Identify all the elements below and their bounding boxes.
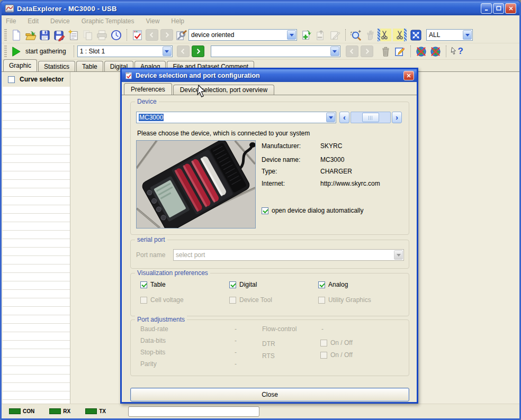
add-record-icon[interactable] <box>299 28 313 42</box>
app-window: DataExplorer - MC3000 - USB File Edit De… <box>0 0 521 420</box>
cut-right-icon[interactable] <box>393 29 407 41</box>
chevron-down-icon[interactable] <box>330 47 339 56</box>
dtr-value-label: On / Off <box>330 339 353 346</box>
port-adjustments-group-label: Port adjustments <box>135 316 187 323</box>
toolbar-gathering: start gathering 1 : Slot 1 <box>2 43 519 60</box>
toolbar-separator <box>127 29 127 41</box>
zoom-select-icon[interactable] <box>349 28 363 42</box>
serial-port-group-label: serial port <box>135 236 167 243</box>
toolbar-grip <box>4 29 7 41</box>
auto-open-label: open device dialog automatically <box>272 207 363 214</box>
window-title: DataExplorer - MC3000 - USB <box>17 5 117 13</box>
dialog-tabstrip: Preferences Device selection, port overv… <box>124 83 417 95</box>
delete-record-icon[interactable] <box>379 44 393 59</box>
dtr-label: DTR <box>262 340 275 348</box>
forward-icon <box>160 29 173 41</box>
data-bits-value: - <box>235 337 237 344</box>
auto-open-row: open device dialog automatically <box>262 207 363 214</box>
curve-list[interactable] <box>3 87 70 404</box>
time-icon[interactable] <box>109 28 123 42</box>
tx-label: TX <box>99 408 106 414</box>
dialog-titlebar: Device selection and port configuration <box>122 69 417 82</box>
save-icon[interactable] <box>38 28 52 42</box>
record-name-combo[interactable] <box>211 45 340 57</box>
device-name-value: MC3000 <box>320 156 344 163</box>
device-combo[interactable]: MC3000 <box>136 112 336 123</box>
slider-left-icon[interactable] <box>339 112 349 123</box>
maximize-button[interactable] <box>493 3 504 14</box>
menu-help[interactable]: Help <box>171 17 184 25</box>
next-record-icon[interactable] <box>192 45 204 57</box>
internet-value: http://www.skyrc.com <box>320 180 380 187</box>
dialog-tab-preferences[interactable]: Preferences <box>124 83 172 95</box>
fit-window-icon[interactable] <box>409 28 423 42</box>
dialog-close-button[interactable]: Close <box>130 388 409 401</box>
menu-edit[interactable]: Edit <box>28 17 39 25</box>
toolbar-main: device oriented ALL <box>2 27 519 43</box>
viz-cell-voltage-checkbox <box>140 297 147 304</box>
offline-globe-icon[interactable] <box>414 44 428 59</box>
next-graph-icon <box>361 45 373 57</box>
close-button[interactable] <box>505 3 516 14</box>
context-help-icon[interactable] <box>450 44 464 59</box>
port-name-label: Port name <box>136 251 165 259</box>
viz-digital-row: Digital <box>229 281 257 288</box>
device-prompt: Please choose the device, which is conne… <box>137 130 310 137</box>
auto-open-checkbox[interactable] <box>262 207 268 214</box>
slot-combo[interactable]: 1 : Slot 1 <box>77 45 173 57</box>
viz-digital-label: Digital <box>239 281 257 288</box>
chevron-down-icon[interactable] <box>163 47 172 56</box>
device-oriented-combo[interactable]: device oriented <box>188 29 297 41</box>
new-file-icon[interactable] <box>9 28 23 42</box>
curve-selector-panel: Curve selector <box>3 72 70 404</box>
slider-right-icon[interactable] <box>392 112 402 123</box>
slider-thumb[interactable] <box>362 113 379 122</box>
hatch-strip <box>404 29 407 41</box>
copy-icon <box>80 28 95 42</box>
menubar: File Edit Device Graphic Templates View … <box>2 15 519 27</box>
chevron-down-icon[interactable] <box>287 30 296 40</box>
device-slider <box>339 112 402 123</box>
rx-indicator <box>49 408 61 414</box>
open-file-icon[interactable] <box>23 28 38 42</box>
menu-view[interactable]: View <box>146 17 160 25</box>
menu-device[interactable]: Device <box>50 17 70 25</box>
chevron-down-icon[interactable] <box>326 113 335 122</box>
menu-file[interactable]: File <box>6 17 16 25</box>
viz-analog-checkbox[interactable] <box>318 281 325 288</box>
chevron-down-icon[interactable] <box>463 30 472 40</box>
new-template-icon[interactable] <box>66 28 80 42</box>
toolbar-separator <box>345 29 346 41</box>
viz-device-tool-checkbox <box>229 297 236 304</box>
minimize-button[interactable] <box>481 3 492 14</box>
pan-hand-icon <box>363 28 378 42</box>
tab-table[interactable]: Table <box>76 61 103 71</box>
dialog-tab-port-overview[interactable]: Device selection, port overview <box>173 85 274 95</box>
slider-track[interactable] <box>351 112 391 123</box>
device-selection-icon[interactable] <box>130 28 145 42</box>
port-name-value: select port <box>176 251 205 259</box>
curve-selector-checkbox[interactable] <box>8 76 15 83</box>
viz-cell-voltage-label: Cell voltage <box>150 296 184 304</box>
scope-combo[interactable]: ALL <box>426 29 473 41</box>
baud-rate-label: Baud-rate <box>140 325 168 333</box>
viz-table-checkbox[interactable] <box>140 281 147 288</box>
save-as-icon[interactable] <box>52 28 66 42</box>
start-gathering-label[interactable]: start gathering <box>25 48 66 55</box>
viz-device-tool-label: Device Tool <box>239 296 272 304</box>
menu-graphic-templates[interactable]: Graphic Templates <box>82 17 134 25</box>
tab-statistics[interactable]: Statistics <box>38 61 75 71</box>
back-icon <box>146 29 158 41</box>
offline-globe2-icon[interactable] <box>428 44 443 59</box>
rx-label: RX <box>63 408 70 414</box>
tab-graphic[interactable]: Graphic <box>3 59 37 71</box>
cut-left-icon[interactable] <box>378 29 391 41</box>
viz-utility-graphics-row: Utility Graphics <box>318 296 371 304</box>
start-gathering-button[interactable] <box>9 44 23 59</box>
dialog-close-icon[interactable] <box>403 71 414 80</box>
status-message-field <box>128 406 259 417</box>
edit-comment-icon[interactable] <box>393 44 407 59</box>
viz-digital-checkbox[interactable] <box>229 281 236 288</box>
con-label: CON <box>23 408 34 414</box>
tool-settings-icon[interactable] <box>174 28 188 42</box>
